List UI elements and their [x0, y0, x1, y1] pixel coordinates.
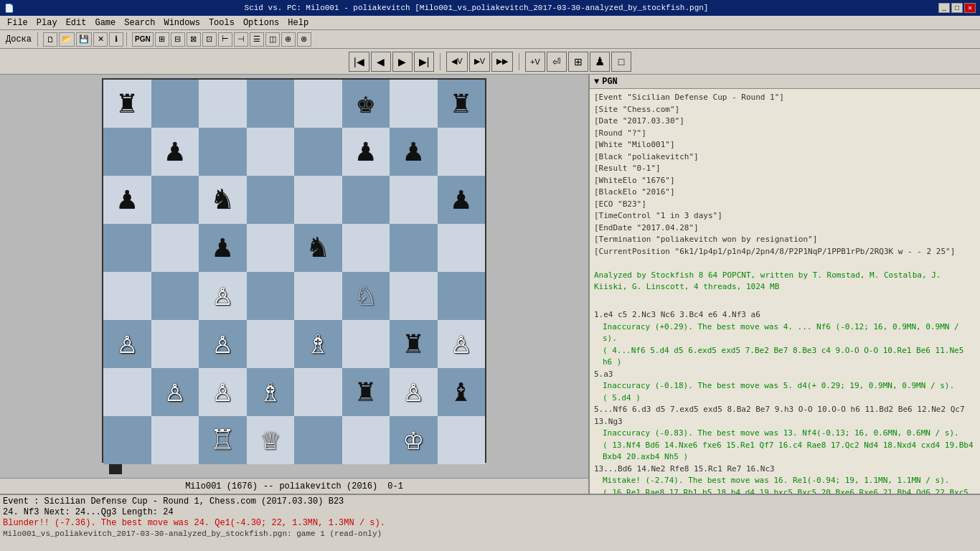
square-a4[interactable] — [103, 272, 151, 320]
square-h6[interactable]: ♟ — [438, 176, 486, 224]
square-d2[interactable]: ♗ — [247, 368, 295, 416]
square-a3[interactable]: ♙ — [103, 320, 151, 368]
nav-end[interactable]: ▶| — [414, 52, 435, 72]
menu-options[interactable]: Options — [239, 17, 283, 29]
menu-play[interactable]: Play — [32, 17, 62, 29]
square-c7[interactable] — [199, 128, 247, 176]
square-a5[interactable] — [103, 224, 151, 272]
pgn-move-9[interactable]: 13...Bd6 14.Ne2 Rfe8 15.Rc1 Re7 16.Nc3 — [594, 463, 976, 476]
square-g1[interactable]: ♔ — [390, 416, 438, 464]
square-h8[interactable]: ♜ — [438, 80, 486, 128]
pgn-collapse-icon[interactable]: ▼ — [594, 77, 599, 87]
square-b1[interactable] — [151, 416, 199, 464]
square-c5[interactable]: ♟ — [199, 224, 247, 272]
square-b8[interactable] — [151, 80, 199, 128]
tb-board10[interactable]: ⊗ — [297, 32, 311, 47]
square-a2[interactable] — [103, 368, 151, 416]
tb-save[interactable]: 💾 — [76, 32, 92, 47]
square-d4[interactable] — [247, 272, 295, 320]
square-b3[interactable] — [151, 320, 199, 368]
square-e5[interactable]: ♞ — [294, 224, 342, 272]
square-f4[interactable]: ♘ — [342, 272, 390, 320]
tb-board4[interactable]: ⊡ — [202, 32, 217, 47]
tb-info[interactable]: ℹ — [109, 32, 123, 47]
tb-open[interactable]: 📂 — [59, 32, 75, 47]
nav-start[interactable]: |◀ — [349, 52, 369, 72]
square-g6[interactable] — [390, 176, 438, 224]
square-c4[interactable]: ♙ — [199, 272, 247, 320]
pgn-content[interactable]: [Event "Sicilian Defense Cup - Round 1"]… — [590, 89, 980, 494]
square-e1[interactable] — [294, 416, 342, 464]
square-a1[interactable] — [103, 416, 151, 464]
square-f5[interactable] — [342, 224, 390, 272]
square-e2[interactable] — [294, 368, 342, 416]
square-g5[interactable] — [390, 224, 438, 272]
square-g3[interactable]: ♜ — [390, 320, 438, 368]
square-g8[interactable] — [390, 80, 438, 128]
tb-board2[interactable]: ⊟ — [171, 32, 185, 47]
square-f2[interactable]: ♜ — [342, 368, 390, 416]
tb-board6[interactable]: ⊣ — [234, 32, 248, 47]
square-f8[interactable]: ♚ — [342, 80, 390, 128]
square-h1[interactable] — [438, 416, 486, 464]
tb-board1[interactable]: ⊞ — [155, 32, 169, 47]
tb-new[interactable]: 🗋 — [43, 32, 57, 47]
square-a6[interactable]: ♟ — [103, 176, 151, 224]
square-a8[interactable]: ♜ — [103, 80, 151, 128]
nav-pieces[interactable]: ♟ — [590, 52, 610, 72]
square-c3[interactable]: ♙ — [199, 320, 247, 368]
square-c6[interactable]: ♞ — [199, 176, 247, 224]
square-g4[interactable] — [390, 272, 438, 320]
nav-add-var[interactable]: +V — [525, 52, 545, 72]
close-button[interactable]: ✕ — [964, 3, 976, 13]
nav-copy[interactable]: □ — [611, 52, 631, 72]
nav-var-next[interactable]: ▶▶ — [491, 52, 513, 72]
square-d1[interactable]: ♕ — [247, 416, 295, 464]
square-c8[interactable] — [199, 80, 247, 128]
tb-pgn[interactable]: PGN — [132, 32, 154, 47]
square-h5[interactable] — [438, 224, 486, 272]
tb-board3[interactable]: ⊠ — [187, 32, 201, 47]
menu-file[interactable]: File — [3, 17, 32, 29]
square-h3[interactable]: ♙ — [438, 320, 486, 368]
square-b6[interactable] — [151, 176, 199, 224]
square-d6[interactable] — [247, 176, 295, 224]
square-e7[interactable] — [294, 128, 342, 176]
square-c1[interactable]: ♖ — [199, 416, 247, 464]
tb-board5[interactable]: ⊢ — [218, 32, 232, 47]
square-e8[interactable] — [294, 80, 342, 128]
pgn-move-0[interactable]: 1.e4 c5 2.Nc3 Nc6 3.Bc4 e6 4.Nf3 a6 — [594, 309, 976, 321]
menu-edit[interactable]: Edit — [62, 17, 91, 29]
tb-board8[interactable]: ◫ — [265, 32, 280, 47]
square-b5[interactable] — [151, 224, 199, 272]
pgn-move-6[interactable]: 5...Nf6 6.d3 d5 7.exd5 exd5 8.Ba2 Be7 9.… — [594, 404, 976, 428]
nav-var-down[interactable]: ▶V — [469, 52, 490, 72]
pgn-move-3[interactable]: 5.a3 — [594, 369, 976, 381]
nav-var-prev[interactable]: ◀V — [446, 52, 467, 72]
square-f7[interactable]: ♟ — [342, 128, 390, 176]
square-h7[interactable] — [438, 128, 486, 176]
minimize-button[interactable]: _ — [938, 3, 950, 13]
menu-search[interactable]: Search — [120, 17, 159, 29]
square-h2[interactable]: ♝ — [438, 368, 486, 416]
square-f6[interactable] — [342, 176, 390, 224]
square-d8[interactable] — [247, 80, 295, 128]
square-e6[interactable] — [294, 176, 342, 224]
square-f1[interactable] — [342, 416, 390, 464]
menu-windows[interactable]: Windows — [159, 17, 204, 29]
menu-help[interactable]: Help — [283, 17, 313, 29]
square-e4[interactable] — [294, 272, 342, 320]
menu-game[interactable]: Game — [90, 17, 120, 29]
square-g2[interactable]: ♙ — [390, 368, 438, 416]
square-e3[interactable]: ♗ — [294, 320, 342, 368]
maximize-button[interactable]: □ — [951, 3, 963, 13]
nav-flip[interactable]: ⊞ — [568, 52, 588, 72]
menu-tools[interactable]: Tools — [204, 17, 239, 29]
square-c2[interactable]: ♙ — [199, 368, 247, 416]
tb-close[interactable]: ✕ — [93, 32, 108, 47]
square-h4[interactable] — [438, 272, 486, 320]
tb-board9[interactable]: ⊕ — [281, 32, 296, 47]
square-b7[interactable]: ♟ — [151, 128, 199, 176]
nav-next[interactable]: ▶ — [392, 52, 413, 72]
tb-board7[interactable]: ☰ — [250, 32, 264, 47]
